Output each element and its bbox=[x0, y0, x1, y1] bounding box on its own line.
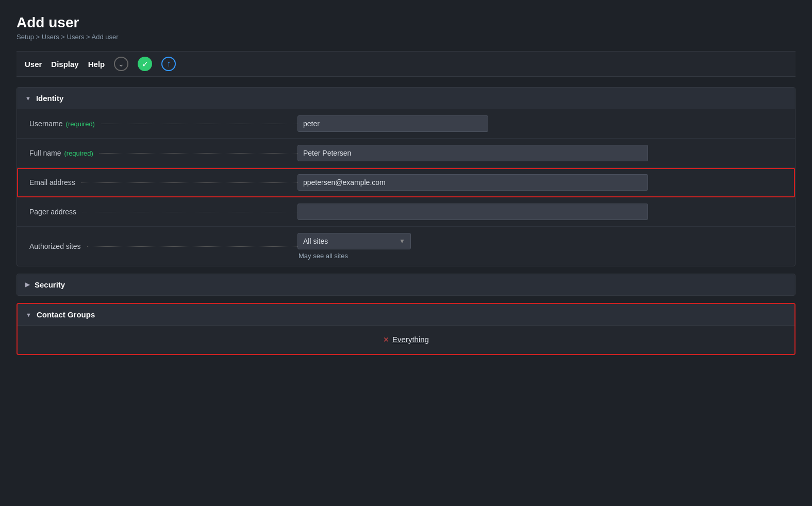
pager-input[interactable] bbox=[297, 204, 648, 220]
security-chevron-icon: ▶ bbox=[25, 281, 29, 288]
dropdown-icon-button[interactable]: ⌄ bbox=[114, 57, 128, 71]
identity-section-body: Username (required) Full name (required)… bbox=[17, 109, 795, 266]
pager-row: Pager address bbox=[17, 197, 795, 227]
pager-value bbox=[297, 204, 783, 220]
upload-icon-button[interactable]: ↑ bbox=[161, 57, 176, 71]
username-label: Username (required) bbox=[29, 120, 297, 128]
pager-label: Pager address bbox=[29, 208, 297, 216]
username-input[interactable] bbox=[297, 115, 488, 132]
contact-group-tag: ✕ Everything bbox=[383, 335, 429, 344]
identity-section-header[interactable]: ▼ Identity bbox=[17, 88, 795, 109]
authorized-sites-value: All sites ▼ May see all sites bbox=[297, 233, 783, 260]
remove-contact-group-button[interactable]: ✕ bbox=[383, 335, 389, 344]
email-value bbox=[297, 174, 783, 191]
page-title: Add user bbox=[16, 14, 796, 31]
authorized-sites-label: Authorized sites bbox=[29, 242, 297, 250]
authorized-sites-dropdown[interactable]: All sites ▼ bbox=[297, 233, 411, 249]
breadcrumb: Setup > Users > Users > Add user bbox=[16, 33, 796, 41]
contact-groups-section-title: Contact Groups bbox=[37, 310, 95, 319]
fullname-input[interactable] bbox=[297, 145, 648, 161]
chevron-down-icon: ▼ bbox=[399, 238, 405, 245]
security-section-title: Security bbox=[35, 280, 65, 289]
authorized-sites-dropdown-label: All sites bbox=[303, 237, 395, 245]
contact-groups-section-header[interactable]: ▼ Contact Groups bbox=[18, 304, 794, 326]
fullname-label: Full name (required) bbox=[29, 149, 297, 157]
security-section-header[interactable]: ▶ Security bbox=[17, 274, 795, 295]
contact-groups-section: ▼ Contact Groups ✕ Everything bbox=[16, 303, 796, 355]
identity-section-title: Identity bbox=[36, 94, 63, 103]
authorized-sites-hint: May see all sites bbox=[297, 252, 783, 260]
identity-chevron-icon: ▼ bbox=[25, 95, 31, 102]
toolbar-item-help[interactable]: Help bbox=[88, 60, 105, 69]
check-icon-button[interactable]: ✓ bbox=[138, 57, 152, 71]
fullname-row: Full name (required) bbox=[17, 139, 795, 168]
toolbar-item-display[interactable]: Display bbox=[51, 60, 78, 69]
toolbar-item-user[interactable]: User bbox=[25, 60, 42, 69]
contact-groups-chevron-icon: ▼ bbox=[26, 312, 31, 318]
contact-group-link[interactable]: Everything bbox=[392, 335, 429, 344]
username-value bbox=[297, 115, 783, 132]
fullname-value bbox=[297, 145, 783, 161]
email-row: Email address bbox=[17, 168, 795, 197]
authorized-sites-row: Authorized sites All sites ▼ May see all… bbox=[17, 227, 795, 266]
contact-groups-body: ✕ Everything bbox=[18, 326, 794, 354]
toolbar: User Display Help ⌄ ✓ ↑ bbox=[16, 51, 796, 77]
identity-section: ▼ Identity Username (required) Full name… bbox=[16, 87, 796, 266]
email-input[interactable] bbox=[297, 174, 648, 191]
security-section: ▶ Security bbox=[16, 274, 796, 296]
email-label: Email address bbox=[29, 178, 297, 187]
username-row: Username (required) bbox=[17, 109, 795, 139]
authorized-sites-dropdown-wrapper: All sites ▼ May see all sites bbox=[297, 233, 783, 260]
